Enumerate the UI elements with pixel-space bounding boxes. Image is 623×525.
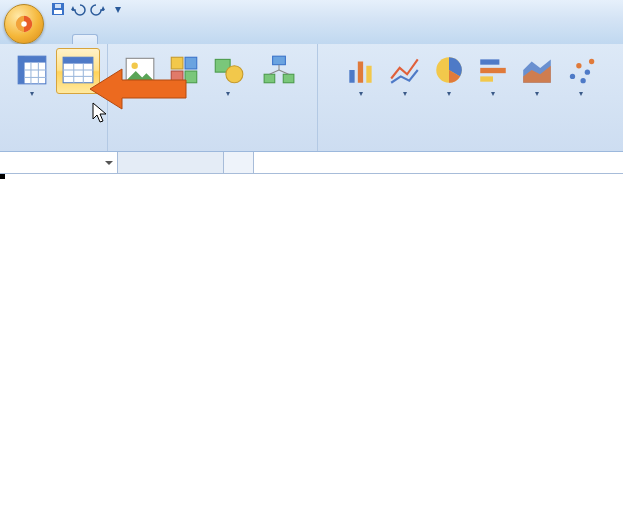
shapes-button[interactable]: ▾ — [206, 48, 250, 103]
svg-rect-1 — [54, 10, 62, 14]
chevron-down-icon: ▾ — [226, 89, 230, 98]
qat-undo-icon[interactable] — [70, 1, 86, 17]
chevron-down-icon: ▾ — [491, 89, 495, 98]
shapes-icon — [211, 53, 245, 87]
column-chart-button[interactable]: ▾ — [339, 48, 383, 103]
title-bar: ▾ — [0, 0, 623, 18]
qat-save-icon[interactable] — [50, 1, 66, 17]
tab-data[interactable] — [146, 35, 170, 44]
svg-rect-22 — [171, 71, 183, 83]
smartart-button[interactable] — [250, 48, 308, 94]
scatter-chart-icon — [564, 53, 598, 87]
svg-rect-36 — [480, 59, 499, 64]
svg-point-4 — [21, 21, 27, 27]
ribbon-group-tables: ▾ — [0, 44, 108, 151]
tab-formulas[interactable] — [122, 35, 146, 44]
clipart-icon — [167, 53, 201, 87]
ribbon-group-illustrations: ▾ ▾ — [108, 44, 318, 151]
scatter-chart-button[interactable]: ▾ — [559, 48, 603, 103]
fx-icon[interactable] — [224, 152, 254, 173]
svg-line-30 — [269, 70, 279, 74]
smartart-icon — [262, 53, 296, 87]
name-box[interactable] — [0, 152, 118, 173]
svg-point-41 — [584, 69, 589, 74]
area-chart-button[interactable]: ▾ — [515, 48, 559, 103]
svg-point-40 — [576, 63, 581, 68]
tab-page-layout[interactable] — [98, 35, 122, 44]
svg-rect-13 — [63, 57, 93, 63]
svg-rect-34 — [366, 66, 371, 83]
column-chart-icon — [344, 53, 378, 87]
tab-review[interactable] — [170, 35, 194, 44]
svg-rect-27 — [264, 74, 275, 83]
chevron-down-icon: ▾ — [403, 89, 407, 98]
bar-chart-button[interactable]: ▾ — [471, 48, 515, 103]
tab-developer[interactable] — [218, 35, 242, 44]
svg-rect-38 — [480, 76, 493, 81]
line-chart-icon — [388, 53, 422, 87]
line-chart-button[interactable]: ▾ — [383, 48, 427, 103]
pivot-table-icon — [15, 53, 49, 87]
table-button[interactable] — [56, 48, 100, 94]
svg-rect-37 — [480, 68, 506, 73]
pivot-table-button[interactable]: ▾ — [8, 48, 56, 103]
chevron-down-icon: ▾ — [579, 89, 583, 98]
svg-rect-28 — [283, 74, 294, 83]
ribbon-group-charts: ▾ ▾ ▾ ▾ — [318, 44, 623, 151]
chevron-down-icon: ▾ — [182, 89, 186, 98]
svg-rect-26 — [272, 56, 285, 65]
ribbon: ▾ ▾ — [0, 44, 623, 152]
ribbon-tabs — [0, 18, 623, 44]
formula-bar — [0, 152, 623, 174]
pie-chart-button[interactable]: ▾ — [427, 48, 471, 103]
office-button[interactable] — [4, 4, 44, 44]
formula-input[interactable] — [254, 152, 623, 173]
chevron-down-icon: ▾ — [359, 89, 363, 98]
svg-rect-23 — [185, 71, 197, 83]
picture-button[interactable] — [118, 48, 162, 94]
chevron-down-icon: ▾ — [447, 89, 451, 98]
chevron-down-icon: ▾ — [30, 89, 34, 98]
svg-point-43 — [580, 78, 585, 83]
qat-dropdown-icon[interactable]: ▾ — [110, 1, 126, 17]
tab-home[interactable] — [48, 35, 72, 44]
svg-rect-20 — [171, 57, 183, 69]
table-icon — [61, 53, 95, 87]
pie-chart-icon — [432, 53, 466, 87]
svg-point-25 — [225, 66, 242, 83]
chevron-down-icon: ▾ — [535, 89, 539, 98]
formula-bar-buttons — [118, 152, 224, 173]
svg-point-42 — [588, 59, 593, 64]
tab-view[interactable] — [194, 35, 218, 44]
svg-point-39 — [569, 74, 574, 79]
svg-rect-33 — [357, 62, 362, 83]
svg-rect-2 — [55, 4, 61, 8]
area-chart-icon — [520, 53, 554, 87]
svg-rect-7 — [18, 56, 24, 84]
svg-rect-21 — [185, 57, 197, 69]
qat-redo-icon[interactable] — [90, 1, 106, 17]
svg-line-31 — [279, 70, 289, 74]
svg-rect-32 — [349, 70, 354, 83]
clipart-button[interactable]: ▾ — [162, 48, 206, 103]
picture-icon — [123, 53, 157, 87]
svg-point-19 — [131, 63, 137, 69]
bar-chart-icon — [476, 53, 510, 87]
tab-insert[interactable] — [72, 34, 98, 44]
